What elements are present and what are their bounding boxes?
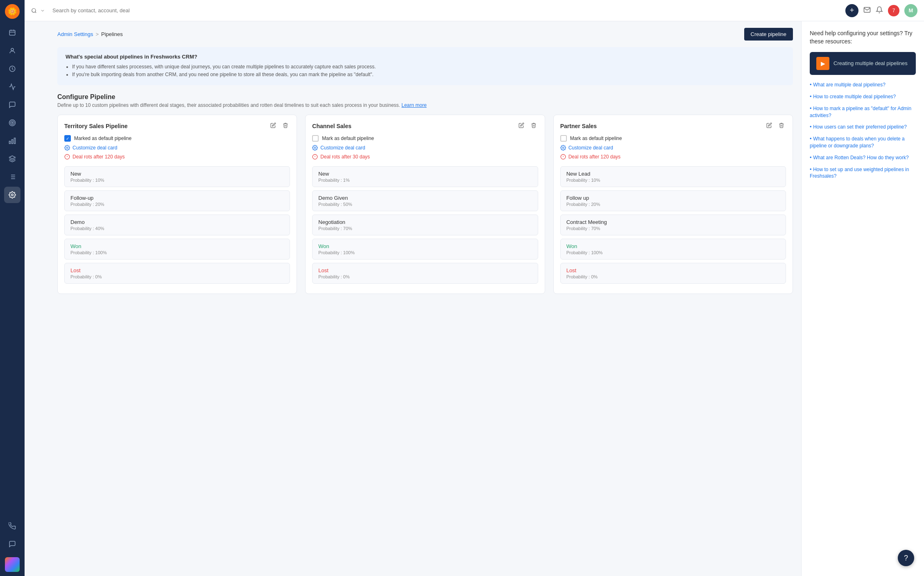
help-link[interactable]: How to create multiple deal pipelines? [813, 94, 896, 99]
help-link[interactable]: How users can set their preferred pipeli… [813, 124, 907, 130]
default-checkbox[interactable]: ✓ [64, 135, 71, 142]
configure-section-title: Configure Pipeline [57, 93, 793, 101]
stage-name: New [318, 171, 532, 177]
stage-probability: Probability : 10% [70, 178, 284, 183]
help-panel: Need help configuring your settings? Try… [801, 21, 924, 576]
app-logo: 🌼 [5, 4, 20, 19]
stage-item: Demo GivenProbability : 50% [312, 190, 538, 211]
create-pipeline-button[interactable]: Create pipeline [744, 28, 793, 41]
stage-probability: Probability : 40% [70, 226, 284, 231]
stage-name: Contract Meeting [566, 219, 780, 225]
help-link[interactable]: How to mark a pipeline as "default" for … [810, 106, 911, 118]
delete-pipeline-button[interactable] [529, 122, 538, 130]
pipeline-actions [517, 122, 538, 130]
sidebar-icon-reports[interactable] [4, 133, 20, 149]
pipeline-actions [765, 122, 786, 130]
delete-pipeline-button[interactable] [777, 122, 786, 130]
stage-probability: Probability : 70% [318, 226, 532, 231]
default-checkbox[interactable] [560, 135, 567, 142]
customize-label: Customize deal card [320, 145, 365, 151]
stage-name: Negotiation [318, 219, 532, 225]
pipeline-header: Channel Sales [312, 122, 538, 130]
stage-probability: Probability : 10% [566, 178, 780, 183]
pipeline-card: Partner SalesMark as default pipelineCus… [553, 115, 793, 294]
stage-item: LostProbability : 0% [312, 263, 538, 284]
main-wrap: Admin Settings > Pipelines Create pipeli… [49, 21, 924, 576]
svg-point-1 [11, 48, 14, 51]
stage-probability: Probability : 100% [318, 250, 532, 255]
stage-item: NewProbability : 1% [312, 166, 538, 187]
pipeline-actions [269, 122, 290, 130]
sidebar-icon-chat2[interactable] [4, 536, 20, 552]
sidebar-icon-phone[interactable] [4, 518, 20, 534]
sidebar-icon-settings[interactable] [4, 187, 20, 203]
help-video-button[interactable]: ▶ Creating multiple deal pipelines [810, 52, 916, 75]
help-link[interactable]: What are multiple deal pipelines? [813, 82, 886, 88]
help-video-label: Creating multiple deal pipelines [833, 60, 908, 67]
edit-pipeline-button[interactable] [269, 122, 278, 130]
sidebar-icon-deals[interactable] [4, 61, 20, 77]
page-header: Admin Settings > Pipelines Create pipeli… [57, 28, 793, 41]
stage-probability: Probability : 20% [70, 202, 284, 207]
sidebar-icon-contacts[interactable] [4, 25, 20, 41]
pipeline-header: Partner Sales [560, 122, 786, 130]
stage-name: Demo [70, 219, 284, 225]
topbar: + 7 M [25, 0, 924, 21]
sidebar-icon-list[interactable] [4, 169, 20, 185]
delete-pipeline-button[interactable] [281, 122, 290, 130]
info-point: If you're bulk importing deals from anot… [72, 71, 785, 79]
sidebar-icon-people[interactable] [4, 43, 20, 59]
help-link-item: How users can set their preferred pipeli… [810, 124, 916, 131]
sidebar-icon-chat[interactable] [4, 97, 20, 113]
deal-rots-info: Deal rots after 30 days [312, 154, 538, 160]
stage-item: WonProbability : 100% [312, 239, 538, 260]
learn-more-link[interactable]: Learn more [401, 102, 426, 108]
customize-deal-card-link[interactable]: Customize deal card [64, 145, 290, 151]
default-checkbox[interactable] [312, 135, 319, 142]
svg-point-5 [12, 122, 13, 124]
info-point: If you have different sales processes, w… [72, 63, 785, 71]
badge-count-btn[interactable]: 7 [888, 5, 899, 16]
email-icon[interactable] [863, 6, 871, 15]
stage-item: Contract MeetingProbability : 70% [560, 215, 786, 235]
customize-label: Customize deal card [72, 145, 117, 151]
user-avatar[interactable]: M [904, 4, 917, 17]
stage-item: DemoProbability : 40% [64, 215, 290, 235]
stage-item: Follow upProbability : 20% [560, 190, 786, 211]
edit-pipeline-button[interactable] [517, 122, 526, 130]
svg-point-26 [562, 147, 564, 149]
help-link-item: What are multiple deal pipelines? [810, 81, 916, 88]
stage-probability: Probability : 0% [318, 274, 532, 279]
help-float-button[interactable]: ? [898, 550, 914, 566]
sidebar-icon-analytics[interactable] [4, 79, 20, 95]
help-link[interactable]: How to set up and use weighted pipelines… [810, 167, 909, 179]
search-input[interactable] [48, 6, 171, 15]
sidebar-icon-goals[interactable] [4, 115, 20, 131]
help-link[interactable]: What are Rotten Deals? How do they work? [813, 155, 908, 160]
pipeline-header: Territory Sales Pipeline [64, 122, 290, 130]
customize-deal-card-link[interactable]: Customize deal card [560, 145, 786, 151]
stage-item: LostProbability : 0% [560, 263, 786, 284]
help-link-item: What happens to deals when you delete a … [810, 136, 916, 149]
stage-probability: Probability : 50% [318, 202, 532, 207]
svg-point-4 [11, 121, 14, 125]
pipeline-name: Partner Sales [560, 123, 597, 129]
stage-name: New [70, 171, 284, 177]
sidebar-icon-cube[interactable] [4, 151, 20, 167]
stage-item: LostProbability : 0% [64, 263, 290, 284]
edit-pipeline-button[interactable] [765, 122, 774, 130]
app-switcher[interactable] [5, 557, 20, 572]
stage-item: NegotiationProbability : 70% [312, 215, 538, 235]
info-box-title: What's special about pipelines in Freshw… [66, 54, 785, 60]
breadcrumb-parent-link[interactable]: Admin Settings [57, 31, 93, 37]
stage-name: Won [566, 243, 780, 249]
pipelines-container: Territory Sales Pipeline✓Marked as defau… [57, 115, 793, 294]
customize-deal-card-link[interactable]: Customize deal card [312, 145, 538, 151]
add-button[interactable]: + [845, 4, 858, 17]
breadcrumb: Admin Settings > Pipelines [57, 31, 123, 37]
help-link[interactable]: What happens to deals when you delete a … [810, 136, 905, 149]
stage-name: Follow up [566, 195, 780, 201]
notifications-icon[interactable] [876, 6, 883, 15]
stage-item: New LeadProbability : 10% [560, 166, 786, 187]
deal-rots-info: Deal rots after 120 days [560, 154, 786, 160]
